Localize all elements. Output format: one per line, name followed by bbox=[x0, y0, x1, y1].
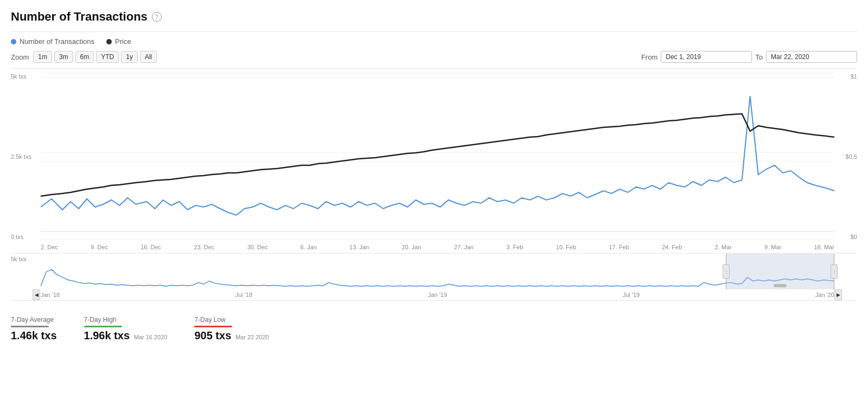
y-left-top: 5k txs bbox=[11, 73, 43, 80]
y-right-mid: $0.5 bbox=[846, 153, 857, 160]
stat-average: 7-Day Average 1.46k txs bbox=[11, 316, 57, 342]
x-label-0: 2. Dec bbox=[41, 244, 58, 250]
stat-low: 7-Day Low 905 txs Mar 22 2020 bbox=[194, 316, 269, 342]
stat-high-label: 7-Day High bbox=[84, 316, 168, 324]
zoom-1m[interactable]: 1m bbox=[33, 51, 52, 63]
mini-chart-inner: ⋮ ⋮ bbox=[41, 254, 834, 289]
mini-y-axis: 5k txs bbox=[11, 254, 41, 262]
zoom-1y[interactable]: 1y bbox=[121, 51, 138, 63]
controls-row: Zoom 1m 3m 6m YTD 1y All From To bbox=[11, 51, 857, 63]
stat-average-line bbox=[11, 326, 49, 327]
x-label-1: 9. Dec bbox=[91, 244, 108, 250]
x-label-8: 27. Jan bbox=[454, 244, 474, 250]
stat-high: 7-Day High 1.96k txs Mar 16 2020 bbox=[84, 316, 168, 342]
zoom-ytd[interactable]: YTD bbox=[96, 51, 119, 63]
mini-x-0: Jan '18 bbox=[41, 292, 60, 298]
navigator-selection[interactable]: ⋮ ⋮ bbox=[726, 254, 834, 289]
x-label-11: 17. Feb bbox=[609, 244, 629, 250]
legend-row: Number of Transactions Price bbox=[11, 37, 857, 46]
from-label: From bbox=[641, 53, 658, 61]
stat-high-line bbox=[84, 326, 122, 327]
scroll-left-arrow[interactable]: ◀ bbox=[33, 289, 40, 300]
y-axis-left: 5k txs 2.5k txs 0 txs bbox=[11, 69, 43, 253]
date-range-section: From To bbox=[641, 51, 857, 63]
zoom-section: Zoom 1m 3m 6m YTD 1y All bbox=[11, 51, 157, 63]
mini-x-4: Jan '20 bbox=[815, 292, 834, 298]
mini-x-2: Jan '19 bbox=[428, 292, 447, 298]
y-left-bottom: 0 txs bbox=[11, 234, 43, 240]
x-label-10: 10. Feb bbox=[556, 244, 576, 250]
stat-low-date: Mar 22 2020 bbox=[235, 334, 269, 340]
mini-chart-svg bbox=[41, 254, 834, 289]
mini-chart-section: 5k txs ◀ ▶ ⋮ ⋮ bbox=[11, 253, 857, 301]
x-axis-labels: 2. Dec 9. Dec 16. Dec 23. Dec 30. Dec 6.… bbox=[41, 241, 834, 253]
legend-item-transactions: Number of Transactions bbox=[11, 37, 94, 46]
main-container: Number of Transactions ? Number of Trans… bbox=[0, 0, 868, 353]
chart-title: Number of Transactions bbox=[11, 10, 148, 24]
navigator-right-handle[interactable]: ⋮ bbox=[831, 264, 838, 279]
title-row: Number of Transactions ? bbox=[11, 10, 857, 24]
x-label-14: 9. Mar bbox=[764, 244, 781, 250]
scroll-right-arrow[interactable]: ▶ bbox=[834, 289, 842, 300]
x-label-9: 3. Feb bbox=[506, 244, 523, 250]
x-label-13: 2. Mar bbox=[715, 244, 732, 250]
x-label-15: 16. Mar bbox=[814, 244, 834, 250]
navigator-left-handle[interactable]: ⋮ bbox=[723, 264, 730, 279]
x-label-5: 6. Jan bbox=[301, 244, 317, 250]
help-icon[interactable]: ? bbox=[152, 12, 162, 22]
mini-y-label: 5k txs bbox=[11, 256, 27, 262]
navigator-drag-handle[interactable] bbox=[774, 284, 787, 287]
stat-high-value: 1.96k txs Mar 16 2020 bbox=[84, 329, 168, 342]
x-label-6: 13. Jan bbox=[349, 244, 369, 250]
zoom-6m[interactable]: 6m bbox=[75, 51, 94, 63]
stat-low-label: 7-Day Low bbox=[194, 316, 269, 324]
legend-dot-transactions bbox=[11, 39, 16, 44]
chart-area: 5k txs 2.5k txs 0 txs $1 $0.5 $0 bbox=[11, 68, 857, 301]
zoom-label: Zoom bbox=[11, 53, 29, 61]
stat-average-value: 1.46k txs bbox=[11, 329, 57, 342]
x-label-7: 20. Jan bbox=[402, 244, 422, 250]
from-date-input[interactable] bbox=[661, 51, 752, 63]
to-label: To bbox=[755, 53, 763, 61]
zoom-3m[interactable]: 3m bbox=[54, 51, 73, 63]
mini-x-3: Jul '19 bbox=[623, 292, 640, 298]
main-chart: 5k txs 2.5k txs 0 txs $1 $0.5 $0 bbox=[11, 69, 857, 253]
x-label-3: 23. Dec bbox=[194, 244, 214, 250]
stats-section: 7-Day Average 1.46k txs 7-Day High 1.96k… bbox=[11, 312, 857, 342]
y-right-bottom: $0 bbox=[851, 234, 857, 240]
legend-item-price: Price bbox=[106, 37, 131, 46]
zoom-all[interactable]: All bbox=[140, 51, 157, 63]
main-chart-svg bbox=[41, 69, 834, 240]
stat-low-value: 905 txs Mar 22 2020 bbox=[194, 329, 269, 342]
y-left-mid: 2.5k txs bbox=[11, 153, 43, 160]
y-right-top: $1 bbox=[851, 73, 857, 80]
to-date-input[interactable] bbox=[766, 51, 857, 63]
legend-label-transactions: Number of Transactions bbox=[20, 37, 94, 46]
stat-high-date: Mar 16 2020 bbox=[134, 334, 168, 340]
title-divider bbox=[11, 31, 857, 32]
legend-label-price: Price bbox=[115, 37, 131, 46]
stat-low-line bbox=[194, 326, 232, 327]
stat-average-label: 7-Day Average bbox=[11, 316, 57, 324]
x-label-2: 16. Dec bbox=[141, 244, 161, 250]
x-label-4: 30. Dec bbox=[247, 244, 268, 250]
mini-x-1: Jul '18 bbox=[235, 292, 252, 298]
x-label-12: 24. Feb bbox=[662, 244, 682, 250]
legend-dot-price bbox=[106, 39, 112, 44]
chart-svg-container[interactable] bbox=[41, 69, 834, 240]
y-axis-right: $1 $0.5 $0 bbox=[835, 69, 857, 253]
mini-x-axis: Jan '18 Jul '18 Jan '19 Jul '19 Jan '20 bbox=[41, 289, 834, 300]
